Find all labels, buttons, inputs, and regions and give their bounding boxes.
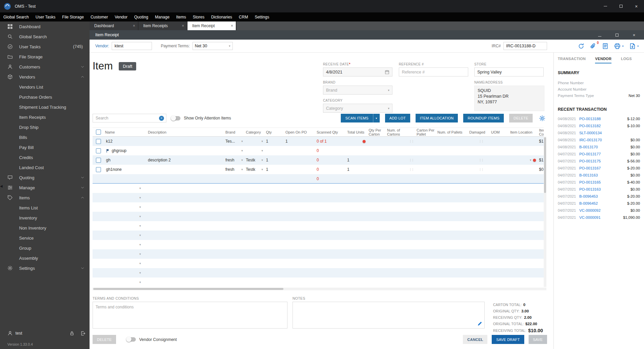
add-lot-button[interactable]: ADD LOT — [385, 114, 410, 122]
drag-grip-icon[interactable]: ⋮⋮ — [409, 168, 414, 171]
transaction-link[interactable]: B-0096452 — [579, 201, 598, 205]
select-all-checkbox[interactable] — [96, 130, 101, 135]
drag-grip-icon[interactable]: ⋮⋮ — [479, 168, 483, 171]
sidebar-item-credits[interactable]: Credits — [0, 152, 90, 162]
transaction-link[interactable]: IRC-0013170 — [579, 138, 602, 142]
transaction-link[interactable]: PO-0013175 — [579, 159, 601, 163]
row-checkbox[interactable] — [96, 148, 101, 153]
table-row-empty[interactable]: ▾ — [93, 193, 544, 202]
menu-manage[interactable]: Manage — [152, 12, 173, 21]
toolbar-export-icon[interactable] — [629, 43, 636, 49]
vertical-scrollbar-thumb[interactable] — [544, 137, 546, 193]
table-row[interactable]: ghdescription 2fresh▾Testk▾101⋮⋮⋮⋮▾$1 — [93, 155, 544, 165]
transaction-link[interactable]: PO-0013163 — [579, 187, 601, 191]
tab-dashboard[interactable]: Dashboard× — [90, 21, 139, 30]
vendor-input[interactable] — [112, 42, 152, 50]
transaction-link[interactable]: PO-0013165 — [579, 180, 601, 184]
sidebar-item-vendors[interactable]: Vendors — [0, 72, 90, 82]
sidebar-item-customers[interactable]: Customers — [0, 62, 90, 72]
menu-crm[interactable]: CRM — [235, 12, 251, 21]
tab-close-icon[interactable]: × — [231, 23, 233, 28]
receive-date-input[interactable]: 4/8/2021 — [323, 67, 392, 77]
table-row[interactable]: ghgroup▾▾0 — [93, 146, 544, 155]
name-dropdown-caret-icon[interactable]: ▾ — [139, 252, 141, 256]
sidebar-item-settings[interactable]: Settings — [0, 263, 90, 273]
tab-item-receipts[interactable]: Item Receipts× — [139, 21, 187, 30]
horizontal-scrollbar-thumb[interactable] — [93, 288, 283, 290]
name-dropdown-caret-icon[interactable]: ▾ — [139, 234, 141, 237]
name-dropdown-caret-icon[interactable]: ▾ — [139, 196, 141, 199]
row-checkbox[interactable] — [96, 167, 101, 172]
brand-select-cell[interactable]: fresh▾ — [224, 155, 245, 165]
search-input[interactable] — [96, 116, 159, 120]
transaction-link[interactable]: VC-0000092 — [579, 208, 600, 212]
row-checkbox[interactable] — [96, 139, 101, 144]
row-checkbox[interactable] — [96, 158, 101, 163]
toolbar-register-icon[interactable] — [602, 43, 608, 49]
transaction-link[interactable]: PO-0013167 — [579, 166, 601, 170]
reference-input[interactable] — [399, 67, 468, 77]
maximize-button[interactable] — [613, 0, 629, 12]
name-dropdown-caret-icon[interactable]: ▾ — [139, 271, 141, 275]
sidebar-item-landed-cost[interactable]: Landed Cost — [0, 162, 90, 172]
sidebar-item-group[interactable]: Group — [0, 243, 90, 253]
transaction-link[interactable]: VC-0000091 — [579, 215, 600, 219]
transaction-link[interactable]: PO-0013188 — [579, 117, 601, 121]
category-select[interactable]: Category ▾ — [323, 104, 392, 113]
menu-customer[interactable]: Customer — [87, 12, 111, 21]
panel-tab-logs[interactable]: LOGS — [621, 57, 632, 63]
toolbar-attachments-icon[interactable]: 0 — [590, 43, 596, 49]
sidebar-item-item-receipts[interactable]: Item Receipts — [0, 112, 90, 122]
table-row-empty[interactable]: ▾ — [93, 212, 544, 221]
dropdown-caret-icon[interactable]: ▾ — [622, 45, 624, 48]
inner-minimize-button[interactable] — [598, 33, 601, 38]
menu-vendor[interactable]: Vendor — [111, 12, 131, 21]
brand-select-cell[interactable]: Tes...▾ — [224, 137, 245, 146]
table-row-empty[interactable]: ▾ — [93, 202, 544, 212]
name-dropdown-caret-icon[interactable]: ▾ — [139, 187, 141, 190]
category-select-cell[interactable]: Testk▾ — [245, 155, 265, 165]
category-select-cell[interactable]: ▾ — [245, 146, 265, 155]
store-input[interactable] — [474, 67, 544, 77]
calendar-icon[interactable] — [385, 70, 389, 74]
category-select-cell[interactable]: Testk▾ — [245, 165, 265, 174]
sidebar-item-global-search[interactable]: Global Search — [0, 32, 90, 42]
drag-grip-icon[interactable]: ⋮⋮ — [479, 158, 483, 162]
name-dropdown-caret-icon[interactable]: ▾ — [139, 243, 141, 246]
table-row-empty[interactable]: ▾ — [93, 221, 544, 231]
vendor-consignment-toggle[interactable] — [126, 337, 136, 342]
menu-user-tasks[interactable]: User Tasks — [32, 12, 59, 21]
transaction-link[interactable]: PO-0013182 — [579, 124, 601, 128]
transaction-link[interactable]: B-0013163 — [579, 173, 598, 177]
transaction-link[interactable]: B-0013170 — [579, 145, 598, 149]
menu-quoting[interactable]: Quoting — [131, 12, 152, 21]
category-select-cell[interactable]: ▾ — [245, 137, 265, 146]
tab-close-icon[interactable]: × — [133, 23, 135, 28]
payment-terms-select[interactable]: Net 30 ▾ — [193, 42, 233, 50]
edit-notes-pencil-icon[interactable] — [477, 321, 482, 326]
toolbar-sync-icon[interactable] — [578, 43, 584, 49]
location-caret-icon[interactable]: ▾ — [530, 158, 531, 162]
sidebar-item-file-storage[interactable]: File Storage — [0, 52, 90, 62]
brand-select-cell[interactable]: ▾ — [224, 146, 245, 155]
sidebar-item-shipment-load-tracking[interactable]: Shipment Load Tracking — [0, 102, 90, 112]
table-row[interactable]: gh1nonefresh▾Testk▾101⋮⋮⋮⋮$0 — [93, 165, 544, 174]
table-row[interactable]: 0 — [93, 174, 544, 184]
lock-icon[interactable] — [69, 331, 74, 336]
sidebar-collapse-icon[interactable]: ◀ — [0, 183, 3, 190]
notes-textarea[interactable] — [292, 302, 485, 329]
name-dropdown-caret-icon[interactable]: ▾ — [139, 262, 141, 265]
sidebar-item-purchase-orders[interactable]: Purchase Orders — [0, 92, 90, 102]
table-settings-gear-icon[interactable] — [539, 115, 545, 121]
menu-settings[interactable]: Settings — [251, 12, 272, 21]
drag-grip-icon[interactable]: ⋮⋮ — [479, 140, 483, 143]
table-row-empty[interactable]: ▾ — [93, 231, 544, 240]
tab-close-icon[interactable]: × — [182, 23, 184, 28]
horizontal-scrollbar[interactable] — [93, 288, 546, 290]
terms-textarea[interactable] — [93, 302, 287, 329]
table-row-empty[interactable]: ▾ — [93, 278, 544, 287]
sidebar-item-service[interactable]: Service — [0, 233, 90, 243]
tab-item-receipt[interactable]: Item Receipt× — [187, 21, 236, 30]
item-allocation-button[interactable]: ITEM ALLOCATION — [416, 114, 458, 122]
irc-input[interactable] — [503, 42, 547, 50]
